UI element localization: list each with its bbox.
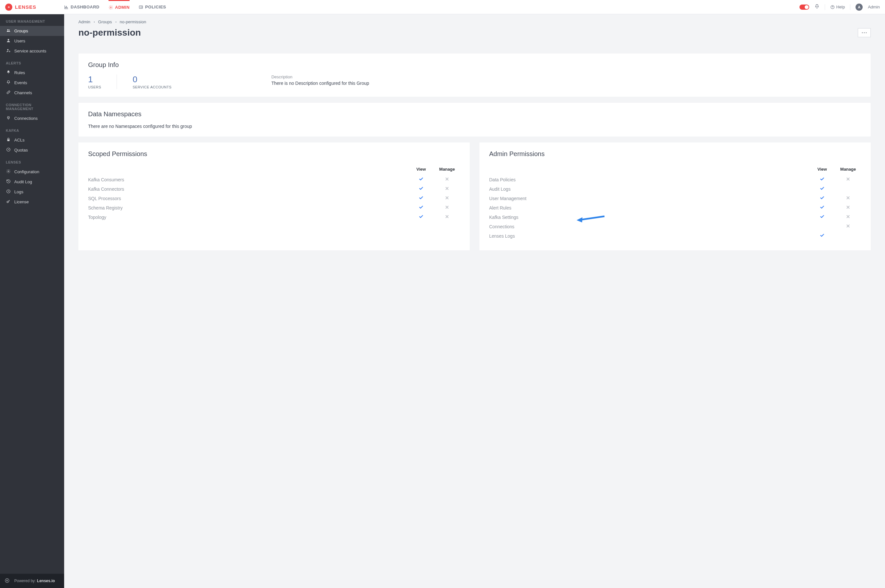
x-icon — [445, 196, 449, 201]
sidebar-item-users[interactable]: Users — [0, 36, 64, 46]
brand-logo[interactable]: LENSES — [5, 3, 64, 10]
back-icon[interactable] — [5, 578, 10, 584]
sidebar-item-events[interactable]: Events — [0, 78, 64, 88]
main-content: AdminGroupsno-permission no-permission G… — [64, 14, 885, 588]
page-title: no-permission — [78, 27, 141, 38]
gear-icon — [6, 169, 11, 174]
permission-manage — [434, 214, 460, 220]
data-namespaces-card: Data Namespaces There are no Namespaces … — [78, 103, 871, 136]
permission-view — [809, 196, 835, 201]
service-accounts-stat: 0 SERVICE ACCOUNTS — [132, 75, 171, 89]
divider — [825, 4, 825, 10]
users-count: 1 — [88, 75, 101, 84]
sidebar-section-title: CONNECTION MANAGEMENT — [0, 98, 64, 113]
permission-manage — [835, 177, 861, 182]
permission-row: Topology — [88, 212, 460, 222]
sidebar-item-service-accounts[interactable]: Service accounts — [0, 46, 64, 56]
group-info-card: Group Info 1 USERS 0 SERVICE ACCOUNTS De… — [78, 53, 871, 97]
permission-view — [408, 205, 434, 210]
x-icon — [846, 196, 850, 201]
user-icon — [6, 38, 11, 44]
permission-name: Alert Rules — [489, 205, 809, 210]
notifications-icon[interactable] — [814, 4, 820, 10]
check-icon — [820, 177, 825, 182]
permission-name: Connections — [489, 224, 809, 229]
col-manage: Manage — [434, 167, 460, 172]
users-stat: 1 USERS — [88, 75, 101, 89]
check-icon — [419, 214, 424, 220]
check-icon — [820, 186, 825, 192]
nav-label: POLICIES — [145, 4, 166, 9]
sa-label: SERVICE ACCOUNTS — [132, 85, 171, 89]
permission-view — [809, 205, 835, 210]
x-icon — [445, 205, 449, 210]
sidebar-item-label: Connections — [14, 116, 38, 121]
permission-manage — [835, 214, 861, 220]
sidebar-item-label: License — [14, 200, 29, 204]
sidebar-item-label: Logs — [14, 189, 23, 194]
help-link[interactable]: Help — [830, 4, 845, 9]
col-manage: Manage — [835, 167, 861, 172]
permission-row: Kafka Consumers — [88, 175, 460, 184]
permission-manage — [835, 196, 861, 201]
lock-icon — [6, 137, 11, 143]
scoped-title: Scoped Permissions — [88, 150, 460, 158]
sidebar-section-title: ALERTS — [0, 56, 64, 68]
permission-view — [809, 186, 835, 192]
permission-name: Schema Registry — [88, 205, 408, 210]
sidebar-item-rules[interactable]: Rules — [0, 68, 64, 78]
x-icon — [445, 214, 449, 220]
sidebar-item-channels[interactable]: Channels — [0, 88, 64, 98]
user-avatar[interactable]: A — [855, 3, 862, 10]
svg-point-20 — [8, 6, 9, 8]
sidebar: USER MANAGEMENTGroupsUsersService accoun… — [0, 14, 64, 588]
permission-row: User Management — [489, 194, 861, 203]
group-info-title: Group Info — [88, 61, 861, 69]
more-actions-button[interactable] — [858, 28, 871, 37]
permission-view — [408, 177, 434, 182]
x-icon — [846, 214, 850, 220]
sidebar-item-acls[interactable]: ACLs — [0, 135, 64, 145]
nav-dashboard[interactable]: DASHBOARD — [64, 0, 99, 14]
user-name[interactable]: Admin — [868, 4, 880, 9]
permission-view — [809, 214, 835, 220]
permission-view — [809, 233, 835, 238]
nav-policies[interactable]: POLICIES — [139, 0, 166, 14]
sidebar-item-groups[interactable]: Groups — [0, 26, 64, 36]
permission-name: Topology — [88, 214, 408, 220]
sidebar-item-connections[interactable]: Connections — [0, 113, 64, 123]
powered-by: Powered by: Lenses.io — [14, 579, 55, 583]
permission-name: SQL Processors — [88, 196, 408, 201]
bell-solid-icon — [6, 70, 11, 75]
bell-icon — [6, 80, 11, 86]
breadcrumb-item[interactable]: Groups — [98, 20, 112, 24]
sidebar-item-quotas[interactable]: Quotas — [0, 145, 64, 155]
link-icon — [6, 90, 11, 96]
sidebar-item-configuration[interactable]: Configuration — [0, 167, 64, 177]
help-label: Help — [836, 4, 845, 9]
permission-manage — [434, 196, 460, 201]
key-icon — [6, 199, 11, 205]
permission-name: Lenses Logs — [489, 234, 809, 238]
permission-row: Audit Logs — [489, 184, 861, 194]
nav-admin[interactable]: ADMIN — [108, 0, 129, 14]
scoped-permissions-card: Scoped Permissions View Manage Kafka Con… — [78, 142, 470, 250]
check-icon — [419, 186, 424, 192]
sa-count: 0 — [132, 75, 171, 84]
breadcrumb-item[interactable]: Admin — [78, 20, 90, 24]
breadcrumb: AdminGroupsno-permission — [78, 20, 871, 24]
history-icon — [6, 179, 11, 184]
sidebar-item-audit-log[interactable]: Audit Log — [0, 177, 64, 187]
permission-name: Data Policies — [489, 177, 809, 182]
sidebar-item-label: Service accounts — [14, 49, 46, 53]
namespaces-empty: There are no Namespaces configured for t… — [88, 124, 861, 129]
sidebar-item-logs[interactable]: Logs — [0, 187, 64, 197]
admin-title: Admin Permissions — [489, 150, 861, 158]
col-view: View — [408, 167, 434, 172]
sidebar-item-license[interactable]: License — [0, 197, 64, 207]
svg-point-23 — [866, 32, 867, 33]
theme-toggle[interactable] — [799, 4, 809, 10]
permission-row: Alert Rules — [489, 203, 861, 212]
permission-name: Audit Logs — [489, 186, 809, 192]
permission-row: SQL Processors — [88, 194, 460, 203]
